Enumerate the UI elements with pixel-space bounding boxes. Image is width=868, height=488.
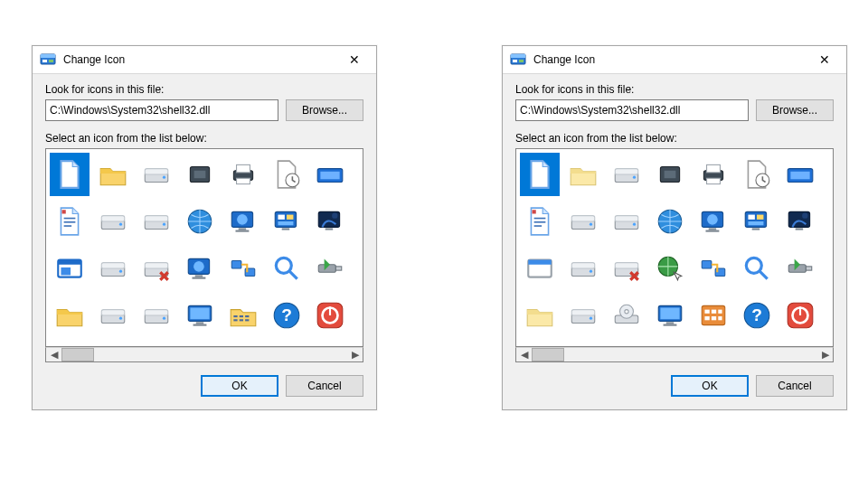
svg-rect-87 [707, 178, 721, 183]
ok-button[interactable]: OK [671, 375, 749, 397]
cancel-button[interactable]: Cancel [286, 375, 363, 397]
svg-rect-1 [41, 54, 55, 58]
icon-run[interactable] [780, 153, 820, 196]
icon-path-input[interactable] [515, 99, 749, 121]
icon-help[interactable]: ? [737, 294, 777, 337]
icon-document[interactable] [520, 153, 560, 196]
icon-window-lite[interactable] [520, 247, 560, 290]
icon-globe-mouse[interactable] [650, 247, 690, 290]
icon-display[interactable] [180, 294, 220, 337]
svg-rect-54 [335, 267, 341, 270]
scroll-left-icon[interactable]: ◀ [516, 348, 532, 361]
icon-history-doc[interactable] [737, 153, 777, 196]
icon-monitor-globe[interactable] [223, 200, 263, 243]
icon-drive-stack2[interactable] [607, 200, 646, 243]
icon-usb-arrow[interactable] [310, 247, 350, 290]
titlebar[interactable]: Change Icon ✕ [503, 46, 846, 74]
icon-search[interactable] [737, 247, 777, 290]
close-icon[interactable]: ✕ [338, 46, 371, 73]
icon-text-doc[interactable] [50, 200, 90, 243]
icon-folder[interactable] [93, 153, 133, 196]
scroll-track[interactable] [532, 348, 817, 361]
icon-screensaver[interactable] [310, 200, 350, 243]
icon-printer3d[interactable] [693, 153, 733, 196]
icon-search[interactable] [267, 247, 307, 290]
icon-chip[interactable] [650, 153, 690, 196]
scroll-track[interactable] [61, 348, 347, 361]
icon-usb-arrow[interactable] [780, 247, 820, 290]
icon-zip-drive[interactable] [93, 200, 133, 243]
svg-rect-5 [145, 169, 168, 174]
icon-folder-pale[interactable] [520, 294, 560, 337]
icon-printer[interactable] [223, 153, 263, 196]
scroll-left-icon[interactable]: ◀ [46, 348, 61, 361]
svg-rect-81 [615, 169, 638, 174]
svg-text:?: ? [751, 305, 762, 324]
icon-globe3d[interactable] [650, 200, 690, 243]
svg-rect-56 [101, 310, 125, 315]
icon-network-places[interactable] [693, 247, 733, 290]
horizontal-scrollbar[interactable]: ◀ ▶ [45, 347, 363, 362]
icon-screensaver[interactable] [780, 200, 820, 243]
icon-hdd[interactable] [137, 153, 176, 196]
svg-point-103 [707, 214, 719, 226]
svg-rect-78 [513, 60, 517, 62]
scroll-right-icon[interactable]: ▶ [817, 348, 833, 361]
icon-floppy3d[interactable] [563, 247, 603, 290]
horizontal-scrollbar[interactable]: ◀ ▶ [515, 347, 834, 362]
svg-rect-11 [237, 178, 250, 183]
icon-network-places[interactable] [223, 247, 263, 290]
svg-rect-50 [231, 261, 241, 269]
dialog-title: Change Icon [63, 53, 338, 66]
svg-rect-63 [196, 322, 204, 324]
icon-display3d[interactable] [650, 294, 690, 337]
icon-hdd[interactable] [93, 294, 133, 337]
icon-drive-stack[interactable] [563, 200, 603, 243]
svg-rect-65 [233, 315, 237, 317]
svg-rect-16 [64, 221, 76, 223]
icon-control-screen[interactable] [267, 200, 307, 243]
icon-run[interactable] [310, 153, 350, 196]
icon-monitor-globe[interactable] [180, 247, 220, 290]
svg-rect-40 [61, 267, 71, 276]
icon-floppy-x[interactable] [137, 247, 176, 290]
icon-monitor-globe[interactable] [693, 200, 733, 243]
icon-details-folder[interactable] [223, 294, 263, 337]
icon-text-doc[interactable] [520, 200, 560, 243]
svg-rect-34 [282, 228, 290, 230]
icon-document[interactable] [50, 153, 90, 196]
icon-globe[interactable] [180, 200, 220, 243]
icon-cd-drive[interactable] [607, 294, 646, 337]
icon-details-orange[interactable] [693, 294, 733, 337]
icon-path-input[interactable] [45, 99, 278, 121]
icon-floppy[interactable] [93, 247, 133, 290]
cancel-button[interactable]: Cancel [756, 375, 834, 397]
scroll-thumb[interactable] [532, 348, 564, 361]
icon-control-screen[interactable] [737, 200, 777, 243]
scroll-right-icon[interactable]: ▶ [347, 348, 363, 361]
ok-button[interactable]: OK [201, 375, 278, 397]
browse-button[interactable]: Browse... [286, 99, 363, 121]
scroll-thumb[interactable] [61, 348, 94, 361]
svg-rect-17 [64, 225, 72, 227]
icon-floppy3d-x[interactable] [607, 247, 646, 290]
svg-rect-20 [101, 216, 125, 221]
svg-rect-138 [704, 310, 709, 314]
browse-button[interactable]: Browse... [756, 99, 834, 121]
icon-help[interactable]: ? [267, 294, 307, 337]
icon-drive3d[interactable] [563, 294, 603, 337]
svg-rect-39 [58, 259, 81, 264]
titlebar[interactable]: Change Icon ✕ [33, 46, 376, 74]
icon-ssd[interactable] [180, 153, 220, 196]
icon-hdd-dark[interactable] [137, 294, 176, 337]
icon-history-doc[interactable] [267, 153, 307, 196]
close-icon[interactable]: ✕ [808, 46, 841, 73]
icon-power[interactable] [780, 294, 820, 337]
icon-folder[interactable] [50, 294, 90, 337]
icon-folder-pale[interactable] [563, 153, 603, 196]
icon-window[interactable] [50, 247, 90, 290]
icon-power[interactable] [310, 294, 350, 337]
icon-hdd3d[interactable] [607, 153, 646, 196]
icon-removable[interactable] [137, 200, 176, 243]
svg-rect-108 [757, 215, 763, 220]
